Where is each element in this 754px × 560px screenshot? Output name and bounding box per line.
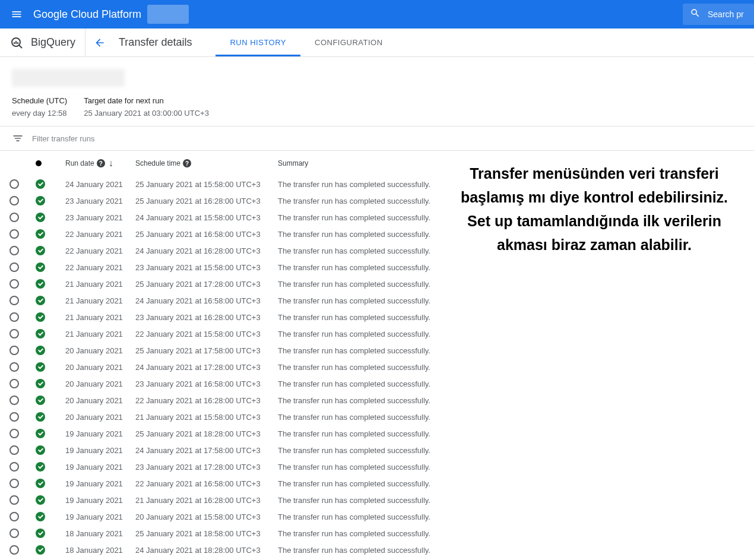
table-row[interactable]: 19 January 202122 January 2021 at 16:58:… [0,475,754,492]
success-check-icon [36,196,45,205]
success-check-icon [36,262,45,272]
table-row[interactable]: 19 January 202121 January 2021 at 16:28:… [0,492,754,508]
table-row[interactable]: 21 January 202122 January 2021 at 15:58:… [0,325,754,342]
row-radio[interactable] [9,479,19,488]
tab-run-history[interactable]: RUN HISTORY [216,29,300,56]
table-row[interactable]: 20 January 202124 January 2021 at 17:28:… [0,359,754,375]
summary-cell: The transfer run has completed successfu… [278,330,745,338]
success-check-icon [36,213,45,222]
table-row[interactable]: 21 January 202123 January 2021 at 16:28:… [0,309,754,325]
schedule-time-cell: 24 January 2021 at 16:28:00 UTC+3 [135,246,278,255]
schedule-time-cell: 25 January 2021 at 17:58:00 UTC+3 [135,346,278,355]
run-date-cell: 22 January 2021 [65,263,135,272]
table-row[interactable]: 19 January 202123 January 2021 at 17:28:… [0,458,754,475]
instructional-annotation: Transfer menüsünden veri transferi başla… [449,162,740,257]
row-radio[interactable] [9,529,19,538]
row-radio[interactable] [9,262,19,272]
schedule-time-cell: 25 January 2021 at 18:58:00 UTC+3 [135,529,278,538]
summary-cell: The transfer run has completed successfu… [278,346,745,355]
sort-desc-icon[interactable]: ↓ [109,158,113,169]
help-icon[interactable]: ? [183,159,191,167]
success-check-icon [36,246,45,255]
col-header-run-date[interactable]: Run date [65,159,94,167]
summary-cell: The transfer run has completed successfu… [278,463,745,472]
schedule-time-cell: 25 January 2021 at 15:58:00 UTC+3 [135,180,278,189]
success-check-icon [36,495,45,505]
success-check-icon [36,296,45,305]
table-row[interactable]: 22 January 202123 January 2021 at 15:58:… [0,259,754,276]
run-date-cell: 24 January 2021 [65,180,135,189]
row-radio[interactable] [9,495,19,505]
menu-icon[interactable] [5,2,28,26]
row-radio[interactable] [9,296,19,305]
row-radio[interactable] [9,462,19,472]
run-date-cell: 23 January 2021 [65,213,135,222]
run-date-cell: 21 January 2021 [65,296,135,305]
bigquery-brand[interactable]: BigQuery [0,29,85,56]
row-radio[interactable] [9,545,19,555]
table-row[interactable]: 21 January 202125 January 2021 at 17:28:… [0,276,754,292]
row-radio[interactable] [9,329,19,338]
run-date-cell: 20 January 2021 [65,363,135,372]
row-radio[interactable] [9,412,19,422]
row-radio[interactable] [9,229,19,239]
row-radio[interactable] [9,429,19,438]
schedule-time-cell: 25 January 2021 at 16:58:00 UTC+3 [135,230,278,239]
summary-cell: The transfer run has completed successfu… [278,529,745,538]
summary-cell: The transfer run has completed successfu… [278,379,745,388]
schedule-time-cell: 24 January 2021 at 16:58:00 UTC+3 [135,296,278,305]
search-box[interactable]: Search pr [683,4,754,25]
search-placeholder: Search pr [708,10,744,19]
run-date-cell: 20 January 2021 [65,396,135,405]
row-radio[interactable] [9,362,19,372]
success-check-icon [36,346,45,355]
schedule-time-cell: 23 January 2021 at 15:58:00 UTC+3 [135,263,278,272]
summary-cell: The transfer run has completed successfu… [278,413,745,422]
table-row[interactable]: 20 January 202121 January 2021 at 15:58:… [0,409,754,425]
table-row[interactable]: 20 January 202125 January 2021 at 17:58:… [0,342,754,359]
table-row[interactable]: 18 January 202125 January 2021 at 18:58:… [0,525,754,542]
row-radio[interactable] [9,445,19,455]
summary-cell: The transfer run has completed successfu… [278,496,745,505]
row-radio[interactable] [9,312,19,322]
table-row[interactable]: 20 January 202123 January 2021 at 16:58:… [0,375,754,392]
row-radio[interactable] [9,279,19,289]
table-row[interactable]: 20 January 202122 January 2021 at 16:28:… [0,392,754,409]
row-radio[interactable] [9,396,19,405]
table-row[interactable]: 19 January 202125 January 2021 at 18:28:… [0,425,754,442]
schedule-time-cell: 20 January 2021 at 15:58:00 UTC+3 [135,512,278,521]
schedule-time-cell: 24 January 2021 at 17:28:00 UTC+3 [135,363,278,372]
table-row[interactable]: 19 January 202120 January 2021 at 15:58:… [0,508,754,525]
success-check-icon [36,329,45,338]
back-button[interactable] [85,29,114,56]
summary-cell: The transfer run has completed successfu… [278,396,745,405]
filter-placeholder: Filter transfer runs [32,134,94,143]
summary-cell: The transfer run has completed successfu… [278,479,745,488]
filter-bar[interactable]: Filter transfer runs [0,126,754,151]
col-header-schedule-time[interactable]: Schedule time [135,159,180,167]
table-row[interactable]: 19 January 202124 January 2021 at 17:58:… [0,442,754,458]
row-radio[interactable] [9,213,19,222]
row-radio[interactable] [9,379,19,388]
schedule-time-cell: 25 January 2021 at 18:28:00 UTC+3 [135,429,278,438]
summary-cell: The transfer run has completed successfu… [278,446,745,455]
table-row[interactable]: 18 January 202124 January 2021 at 18:28:… [0,542,754,558]
success-check-icon [36,479,45,488]
row-radio[interactable] [9,246,19,255]
row-radio[interactable] [9,196,19,205]
help-icon[interactable]: ? [97,159,105,167]
run-date-cell: 20 January 2021 [65,413,135,422]
tab-configuration[interactable]: CONFIGURATION [300,29,397,56]
project-selector[interactable] [147,5,189,24]
success-check-icon [36,412,45,422]
row-radio[interactable] [9,346,19,355]
bigquery-label: BigQuery [31,36,75,49]
run-date-cell: 22 January 2021 [65,246,135,255]
row-radio[interactable] [9,179,19,189]
platform-title[interactable]: Google Cloud Platform [33,8,141,21]
run-date-cell: 18 January 2021 [65,529,135,538]
row-radio[interactable] [9,512,19,521]
schedule-time-cell: 23 January 2021 at 16:28:00 UTC+3 [135,313,278,322]
schedule-time-cell: 25 January 2021 at 17:28:00 UTC+3 [135,280,278,289]
table-row[interactable]: 21 January 202124 January 2021 at 16:58:… [0,292,754,309]
